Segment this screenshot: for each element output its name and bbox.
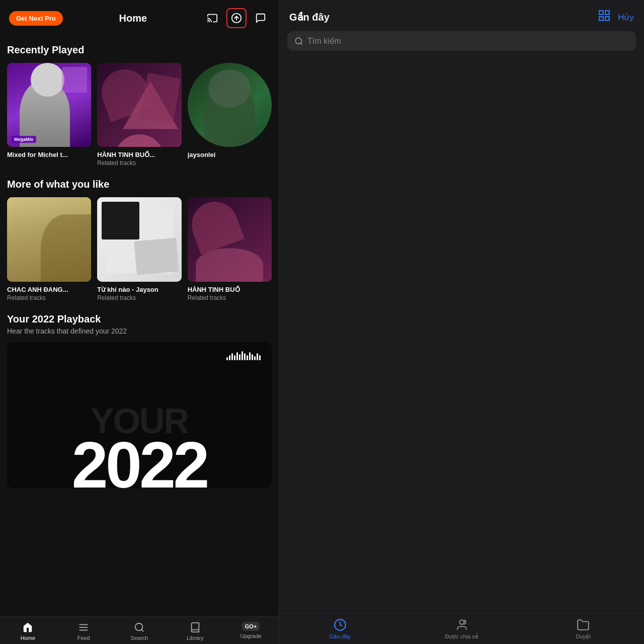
message-button[interactable] [252, 9, 270, 27]
playback-card[interactable]: YOUR 2022 [7, 342, 272, 488]
right-nav-shared[interactable]: Được chia sẻ [401, 618, 523, 640]
recently-played-title: Recently Played [7, 44, 272, 56]
nav-feed[interactable]: Feed [56, 622, 112, 641]
left-panel: Get Next Pro Home [0, 0, 279, 644]
tu-khi-sub: Related tracks [97, 294, 181, 301]
right-header-actions: Hủy [598, 9, 634, 25]
hanh-tinh-thumb [97, 63, 181, 147]
playback-title: Your 2022 Playback [7, 313, 272, 325]
tu-khi-label: Từ khi nào - Jayson [97, 286, 181, 293]
hanh-tinh2-thumb [188, 197, 272, 281]
right-nav-browse-label: Duyệt [576, 633, 591, 640]
upload-icon [231, 13, 242, 24]
recently-played-grid: MegaMix Mixed for Michel t... HÀNH TINH … [7, 63, 272, 167]
cancel-button[interactable]: Hủy [618, 12, 634, 23]
search-bar[interactable]: Tìm kiếm [287, 31, 636, 51]
nav-home-label: Home [21, 635, 35, 641]
home-title: Home [119, 13, 147, 24]
nav-search-label: Search [131, 635, 148, 641]
message-icon [255, 13, 266, 24]
svg-rect-8 [599, 11, 603, 15]
hanh-tinh2-sub: Related tracks [188, 294, 272, 301]
nav-upgrade-label: Upgrade [240, 633, 261, 639]
megamix-label: Mixed for Michel t... [7, 151, 91, 158]
feed-icon [78, 622, 89, 633]
recently-item-hanh-tinh[interactable]: HÀNH TINH BUỔ... Related tracks [97, 63, 181, 167]
right-panel-title: Gần đây [289, 11, 330, 23]
nav-search[interactable]: Search [112, 622, 168, 641]
svg-point-12 [295, 38, 301, 44]
cast-icon [207, 13, 218, 24]
shared-icon [455, 618, 468, 631]
browse-icon [577, 618, 590, 631]
search-bar-container: Tìm kiếm [279, 31, 644, 58]
hanh-tinh-sub: Related tracks [97, 159, 181, 167]
search-bar-icon [294, 37, 303, 46]
nav-feed-label: Feed [77, 635, 90, 641]
right-nav-recent[interactable]: Gần đây [279, 618, 401, 640]
svg-rect-10 [599, 17, 603, 21]
get-next-pro-button[interactable]: Get Next Pro [9, 11, 63, 26]
more-item-hanh-tinh2[interactable]: HÀNH TINH BUỔ Related tracks [188, 197, 272, 301]
soundcloud-logo [226, 351, 261, 360]
right-bottom-nav: Gần đây Được chia sẻ Duyệt [279, 613, 644, 644]
megamix-badge: MegaMix [11, 136, 36, 143]
bottom-nav: Home Feed Search Library GO+ [0, 616, 279, 644]
upload-button[interactable] [226, 8, 247, 28]
right-nav-browse[interactable]: Duyệt [522, 618, 644, 640]
svg-line-13 [300, 43, 302, 44]
nav-upgrade[interactable]: GO+ Upgrade [223, 622, 279, 641]
playback-section: Your 2022 Playback Hear the tracks that … [7, 313, 272, 488]
chac-anh-sub: Related tracks [7, 294, 91, 301]
right-empty-content [279, 58, 644, 613]
upgrade-badge: GO+ [242, 622, 260, 631]
nav-home[interactable]: Home [0, 622, 56, 641]
right-header: Gần đây Hủy [279, 0, 644, 31]
scroll-area: Recently Played MegaMix Mixed for Michel… [0, 36, 279, 616]
recent-icon [334, 618, 347, 631]
recently-item-megamix[interactable]: MegaMix Mixed for Michel t... [7, 63, 91, 167]
left-header: Get Next Pro Home [0, 0, 279, 36]
home-icon [22, 622, 33, 633]
playback-subtitle: Hear the tracks that defined your 2022 [7, 327, 272, 335]
jaysonlei-thumb [188, 63, 272, 147]
year-bg-text: YOUR 2022 [7, 406, 272, 488]
right-nav-shared-label: Được chia sẻ [445, 633, 478, 640]
svg-rect-9 [605, 11, 609, 15]
cast-button[interactable] [203, 9, 221, 27]
search-nav-icon [134, 622, 145, 633]
library-icon [190, 622, 201, 633]
right-nav-recent-label: Gần đây [330, 633, 351, 640]
search-placeholder: Tìm kiếm [307, 36, 341, 46]
svg-line-7 [141, 629, 143, 631]
tu-khi-thumb [97, 197, 181, 281]
recently-item-jaysonlei[interactable]: jaysonlei [188, 63, 272, 167]
svg-point-6 [135, 623, 143, 631]
chac-anh-label: CHAC ANH ĐANG... [7, 286, 91, 293]
nav-library[interactable]: Library [167, 622, 223, 641]
sc-bars [226, 351, 261, 360]
chac-anh-thumb [7, 197, 91, 281]
more-grid: CHAC ANH ĐANG... Related tracks Từ khi n… [7, 197, 272, 301]
svg-rect-11 [605, 17, 609, 21]
nav-library-label: Library [187, 635, 204, 641]
grid-icon [598, 9, 611, 22]
more-item-tu-khi[interactable]: Từ khi nào - Jayson Related tracks [97, 197, 181, 301]
svg-point-15 [459, 620, 464, 624]
hanh-tinh-label: HÀNH TINH BUỔ... [97, 151, 181, 158]
header-icons [203, 8, 270, 28]
grid-view-button[interactable] [598, 9, 611, 25]
more-section-title: More of what you like [7, 179, 272, 190]
more-item-chac-anh[interactable]: CHAC ANH ĐANG... Related tracks [7, 197, 91, 301]
right-panel: Gần đây Hủy Tìm kiếm [279, 0, 644, 644]
megamix-thumb: MegaMix [7, 63, 91, 147]
hanh-tinh2-label: HÀNH TINH BUỔ [188, 286, 272, 293]
jaysonlei-label: jaysonlei [188, 151, 272, 158]
